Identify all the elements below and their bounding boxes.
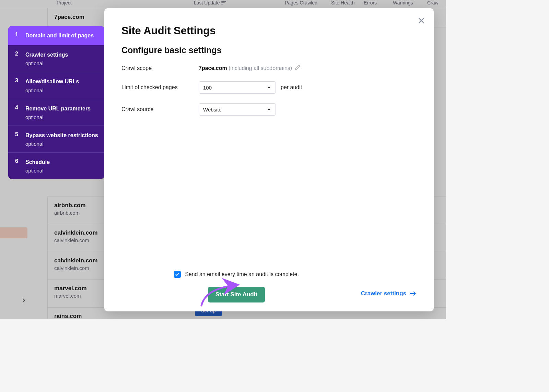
chevron-down-icon	[267, 85, 271, 90]
crawl-source-row: Crawl source Website	[121, 103, 417, 116]
sidebar-item-remove-url-params[interactable]: 4 Remove URL parameters optional	[8, 99, 104, 126]
sidebar-item-domain-limit[interactable]: 1 Domain and limit of pages	[8, 26, 104, 45]
arrow-right-icon	[410, 291, 417, 296]
email-checkbox[interactable]	[174, 271, 181, 278]
crawl-source-select[interactable]: Website	[199, 103, 276, 116]
crawl-scope-value: 7pace.com (including all subdomains)	[199, 65, 300, 72]
sidebar-item-schedule[interactable]: 6 Schedule optional	[8, 153, 104, 179]
check-icon	[175, 272, 180, 277]
email-checkbox-row: Send an email every time an audit is com…	[56, 271, 417, 278]
sidebar-item-label: Allow/disallow URLs	[25, 78, 98, 85]
crawl-scope-label: Crawl scope	[121, 65, 199, 71]
site-audit-settings-modal: Site Audit Settings Configure basic sett…	[104, 8, 434, 311]
start-site-audit-button[interactable]: Start Site Audit	[208, 287, 265, 302]
sidebar-item-label: Crawler settings	[25, 51, 98, 59]
crawler-settings-link[interactable]: Crawler settings	[361, 290, 417, 297]
modal-subtitle: Configure basic settings	[121, 45, 417, 55]
sidebar-item-label: Remove URL parameters	[25, 105, 98, 112]
sidebar-item-label: Domain and limit of pages	[25, 32, 98, 39]
settings-steps-sidebar: 1 Domain and limit of pages 2 Crawler se…	[8, 26, 104, 179]
limit-label: Limit of checked pages	[121, 84, 199, 91]
limit-suffix: per audit	[281, 84, 302, 91]
sidebar-item-bypass-restrictions[interactable]: 5 Bypass website restrictions optional	[8, 126, 104, 153]
limit-select[interactable]: 100	[199, 81, 276, 94]
sidebar-item-label: Bypass website restrictions	[25, 131, 98, 139]
modal-title: Site Audit Settings	[121, 25, 417, 37]
sidebar-item-optional: optional	[25, 141, 98, 147]
crawl-scope-row: Crawl scope 7pace.com (including all sub…	[121, 65, 417, 72]
sidebar-item-optional: optional	[25, 60, 98, 66]
sidebar-item-crawler-settings[interactable]: 2 Crawler settings optional	[8, 45, 104, 72]
crawl-source-label: Crawl source	[121, 106, 199, 112]
sidebar-item-optional: optional	[25, 168, 98, 174]
close-icon[interactable]	[417, 16, 425, 26]
modal-footer: Send an email every time an audit is com…	[104, 271, 434, 302]
sidebar-item-optional: optional	[25, 114, 98, 120]
sidebar-item-label: Schedule	[25, 158, 98, 166]
limit-row: Limit of checked pages 100 per audit	[121, 81, 417, 94]
email-checkbox-label: Send an email every time an audit is com…	[185, 271, 299, 277]
sidebar-item-optional: optional	[25, 87, 98, 93]
chevron-down-icon	[267, 107, 271, 112]
sidebar-item-allow-disallow[interactable]: 3 Allow/disallow URLs optional	[8, 72, 104, 99]
edit-icon[interactable]	[295, 65, 300, 72]
